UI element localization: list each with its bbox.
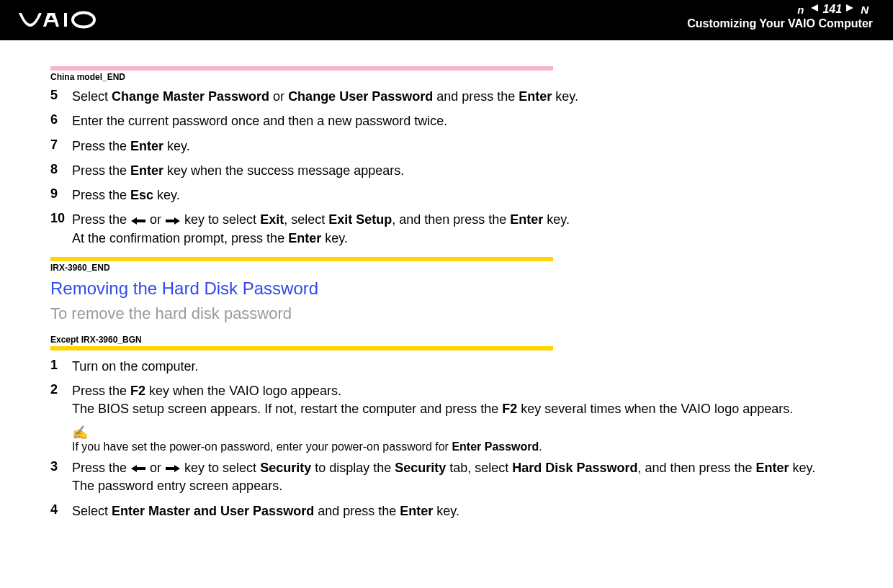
step-row: 3Press the or key to select Security to … [50,459,843,495]
step-number: 6 [50,112,72,127]
svg-marker-2 [811,4,818,12]
arrow-left-icon [131,460,145,477]
svg-marker-5 [166,217,180,225]
step-number: 3 [50,459,72,474]
n-letter-left: n [797,4,804,16]
step-text: Turn on the computer. [72,358,198,375]
step-number: 1 [50,358,72,373]
step-text: Press the Enter key. [72,137,190,155]
step-row: 5Select Change Master Password or Change… [50,88,843,105]
step-number: 5 [50,88,72,103]
step-number: 7 [50,137,72,153]
page-number: 141 [822,3,842,16]
section-heading: Removing the Hard Disk Password [50,279,843,299]
arrow-right-icon [166,460,180,477]
step-row: 8Press the Enter key when the success me… [50,162,843,179]
header-title: Customizing Your VAIO Computer [687,17,873,30]
pink-divider [50,66,553,71]
note-text: If you have set the power-on password, e… [72,440,843,453]
step-text: Select Enter Master and User Password an… [72,502,459,520]
step-row: 1Turn on the computer. [50,358,843,375]
svg-marker-7 [166,465,180,472]
step-number: 10 [50,211,72,226]
arrow-left-icon [131,212,145,230]
svg-marker-3 [846,4,853,12]
yellow-divider-1 [50,257,553,261]
step-row: 4Select Enter Master and User Password a… [50,502,843,520]
step-text: Press the Enter key when the success mes… [72,162,404,179]
step-row: 10Press the or key to select Exit, selec… [50,211,843,247]
step-number: 9 [50,186,72,202]
vaio-logo [17,11,118,30]
tag-except-irx-bgn: Except IRX-3960_BGN [50,335,843,345]
section-subheading: To remove the hard disk password [50,304,843,323]
page-nav: n 141 N [793,3,873,16]
tag-irx-end: IRX-3960_END [50,263,843,273]
step-number: 8 [50,162,72,177]
note-block: ✍ If you have set the power-on password,… [72,425,843,453]
header-right: n 141 N Customizing Your VAIO Computer [687,3,873,30]
step-text: Enter the current password once and then… [72,112,447,130]
svg-point-1 [73,13,94,27]
yellow-divider-2 [50,346,553,350]
nav-next-icon[interactable] [845,3,855,16]
page-content: China model_END 5Select Change Master Pa… [0,40,893,541]
svg-marker-4 [131,217,145,225]
nav-prev-icon[interactable] [809,3,820,16]
step-text: Press the or key to select Security to d… [72,459,815,495]
step-text: Press the F2 key when the VAIO logo appe… [72,382,793,417]
step-text: Press the or key to select Exit, select … [72,211,570,247]
vaio-logo-svg [17,11,118,30]
svg-rect-0 [64,13,67,27]
arrow-right-icon [166,212,180,230]
step-text: Select Change Master Password or Change … [72,88,578,105]
page-header: n 141 N Customizing Your VAIO Computer [0,0,893,40]
step-row: 2Press the F2 key when the VAIO logo app… [50,382,843,417]
n-letter-right: N [861,4,869,16]
svg-marker-6 [131,465,145,472]
step-row: 6Enter the current password once and the… [50,112,843,130]
step-number: 4 [50,502,72,517]
step-text: Press the Esc key. [72,186,180,204]
tag-china-model-end: China model_END [50,72,843,82]
pencil-icon: ✍ [72,425,843,440]
step-number: 2 [50,382,72,397]
step-row: 9Press the Esc key. [50,186,843,204]
step-row: 7Press the Enter key. [50,137,843,155]
